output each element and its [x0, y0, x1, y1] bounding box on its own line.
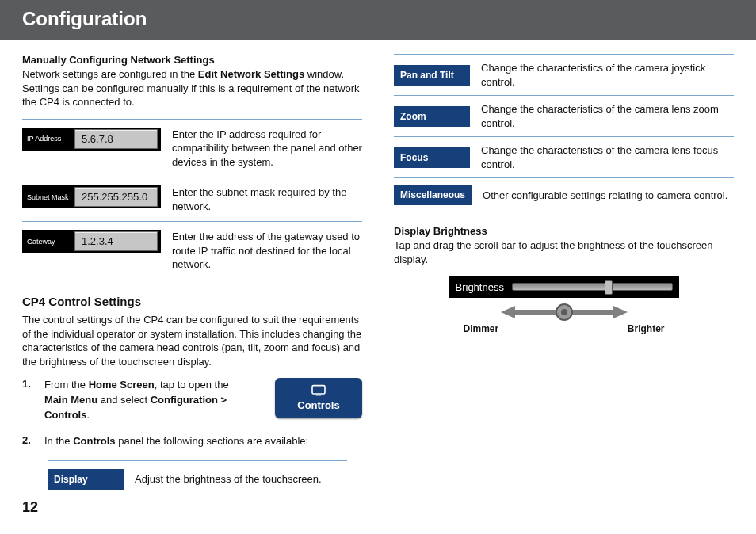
manual-config-heading: Manually Configuring Network Settings: [22, 54, 362, 66]
brightness-scale-labels: Dimmer Brighter: [449, 323, 679, 334]
brighter-label: Brighter: [628, 323, 665, 334]
divider: [22, 280, 362, 280]
display-tag: Display: [48, 469, 124, 490]
manual-config-paragraph: Network settings are configured in the E…: [22, 67, 362, 109]
svg-rect-0: [312, 386, 325, 394]
divider: [48, 498, 347, 498]
cp4-control-heading: CP4 Control Settings: [22, 295, 362, 308]
step-1-text: From the Home Screen, tap to open the Ma…: [44, 378, 251, 423]
brightness-label: Brightness: [456, 281, 504, 293]
network-row-gateway: Gateway 1.2.3.4 Enter the address of the…: [22, 222, 362, 280]
dimmer-label: Dimmer: [464, 323, 499, 334]
divider: [394, 212, 734, 212]
right-column: Pan and Tilt Change the characteristics …: [394, 54, 734, 498]
display-brightness-paragraph: Tap and drag the scroll bar to adjust th…: [394, 238, 734, 266]
network-row-ip: IP Address 5.6.7.8 Enter the IP address …: [22, 120, 362, 177]
brightness-slider[interactable]: [512, 283, 673, 291]
monitor-icon: [311, 384, 326, 397]
zoom-desc: Change the characteristics of the camera…: [481, 102, 734, 130]
display-desc: Adjust the brightness of the touchscreen…: [135, 472, 347, 486]
svg-marker-2: [501, 306, 556, 318]
brightness-bar: Brightness: [449, 276, 679, 298]
subnet-mask-desc: Enter the subnet mask required by the ne…: [172, 185, 362, 213]
ip-address-label: IP Address: [27, 135, 74, 143]
sections-table-right: Pan and Tilt Change the characteristics …: [394, 54, 734, 212]
page-title: Configuration: [22, 8, 147, 29]
pan-tilt-tag: Pan and Tilt: [394, 65, 470, 86]
subnet-mask-value: 255.255.255.0: [74, 187, 158, 207]
double-arrow-icon: [501, 303, 628, 322]
section-row-misc: Miscellaneous Other configurable setting…: [394, 178, 734, 212]
sections-table-left: Display Adjust the brightness of the tou…: [48, 460, 347, 498]
gateway-label: Gateway: [27, 238, 74, 246]
page-number: 12: [22, 499, 38, 516]
ip-address-desc: Enter the IP address required for compat…: [172, 128, 362, 170]
left-column: Manually Configuring Network Settings Ne…: [22, 54, 362, 498]
brightness-widget: Brightness Dimmer Brighter: [449, 276, 679, 334]
cp4-control-paragraph: The control settings of the CP4 can be c…: [22, 313, 362, 368]
focus-desc: Change the characteristics of the camera…: [481, 143, 734, 171]
zoom-tag: Zoom: [394, 106, 470, 127]
display-brightness-heading: Display Brightness: [394, 225, 734, 237]
subnet-mask-field: Subnet Mask 255.255.255.0: [22, 185, 161, 208]
step-1: From the Home Screen, tap to open the Ma…: [22, 378, 362, 423]
steps-list: From the Home Screen, tap to open the Ma…: [22, 378, 362, 448]
network-settings-table: IP Address 5.6.7.8 Enter the IP address …: [22, 119, 362, 280]
section-row-zoom: Zoom Change the characteristics of the c…: [394, 96, 734, 136]
subnet-mask-label: Subnet Mask: [27, 193, 74, 201]
network-row-subnet: Subnet Mask 255.255.255.0 Enter the subn…: [22, 177, 362, 221]
misc-desc: Other configurable settings relating to …: [483, 189, 734, 203]
page-banner: Configuration: [0, 0, 756, 40]
svg-marker-3: [572, 306, 628, 318]
svg-point-5: [561, 309, 567, 315]
svg-rect-1: [316, 395, 321, 396]
ip-address-field: IP Address 5.6.7.8: [22, 128, 161, 151]
section-row-display: Display Adjust the brightness of the tou…: [48, 461, 347, 498]
step-2-text: In the Controls panel the following sect…: [44, 434, 362, 449]
focus-tag: Focus: [394, 147, 470, 168]
gateway-field: Gateway 1.2.3.4: [22, 230, 161, 253]
pan-tilt-desc: Change the characteristics of the camera…: [481, 61, 734, 89]
brightness-thumb[interactable]: [605, 280, 613, 295]
controls-button-label: Controls: [297, 399, 339, 411]
ip-address-value: 5.6.7.8: [74, 129, 158, 149]
section-row-focus: Focus Change the characteristics of the …: [394, 137, 734, 177]
gateway-value: 1.2.3.4: [74, 231, 158, 251]
step-2: In the Controls panel the following sect…: [22, 434, 362, 449]
section-row-pan-tilt: Pan and Tilt Change the characteristics …: [394, 55, 734, 95]
controls-button[interactable]: Controls: [275, 378, 362, 418]
gateway-desc: Enter the address of the gateway used to…: [172, 230, 362, 272]
misc-tag: Miscellaneous: [394, 185, 472, 205]
brightness-arrows: [449, 303, 679, 322]
